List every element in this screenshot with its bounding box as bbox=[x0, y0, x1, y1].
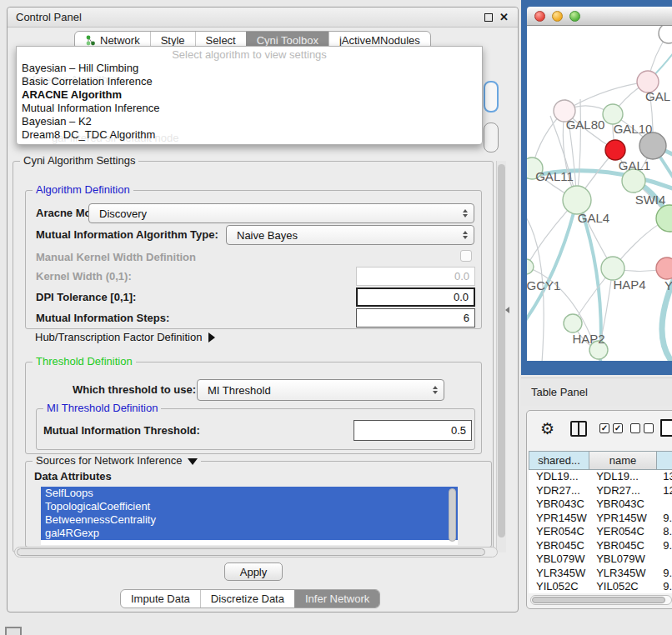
close-traffic-light-icon[interactable] bbox=[534, 11, 545, 22]
network-node[interactable] bbox=[639, 132, 666, 159]
select-all-columns-icon[interactable]: ✓✓ bbox=[599, 423, 623, 433]
network-node-label: GCY1 bbox=[527, 278, 560, 292]
network-node-label: GAL11 bbox=[535, 169, 574, 183]
aracne-mode-select[interactable]: Discovery bbox=[88, 203, 474, 223]
show-columns-icon[interactable] bbox=[570, 421, 587, 437]
table-cell: 9. bbox=[655, 580, 672, 593]
apply-button[interactable]: Apply bbox=[224, 562, 283, 581]
network-node[interactable] bbox=[601, 257, 624, 280]
tab-discretize-data[interactable]: Discretize Data bbox=[200, 590, 294, 608]
settings-vertical-scrollbar[interactable] bbox=[496, 161, 506, 552]
algorithm-options-list: Bayesian – Hill ClimbingBasic Correlatio… bbox=[17, 62, 482, 142]
table-horizontal-scrollbar-thumb[interactable] bbox=[532, 597, 665, 603]
unchecked-checkbox-icon bbox=[644, 423, 654, 433]
table-row[interactable]: YPR145WYPR145W9. bbox=[529, 512, 672, 526]
attributes-list-scrollbar[interactable] bbox=[449, 488, 456, 542]
settings-horizontal-scrollbar-thumb[interactable] bbox=[17, 548, 485, 556]
manual-kernel-checkbox[interactable] bbox=[460, 250, 472, 262]
network-edge[interactable] bbox=[527, 200, 577, 328]
table-cell: 9. bbox=[655, 512, 672, 526]
network-node[interactable] bbox=[527, 259, 534, 274]
table-cell: YBR045C bbox=[529, 539, 589, 553]
table-cell: YBR043C bbox=[589, 498, 655, 512]
panel-divider-grip[interactable] bbox=[505, 307, 509, 313]
which-threshold-select[interactable]: MI Threshold bbox=[197, 379, 444, 401]
table-column-header[interactable]: name bbox=[589, 451, 657, 470]
table-row[interactable]: YBR043CYBR043C bbox=[529, 498, 672, 512]
network-node[interactable] bbox=[605, 140, 625, 160]
dpi-tolerance-value: 0.0 bbox=[454, 291, 469, 303]
network-graph[interactable]: GALGAL80GAL10GAL1GAL11SWI4GAL4GCY1HAP4YH… bbox=[527, 26, 672, 361]
table-cell: 12 bbox=[655, 484, 672, 498]
threshold-definition-group: Threshold Definition Which threshold to … bbox=[25, 362, 482, 454]
tab-infer-network[interactable]: Infer Network bbox=[294, 590, 379, 608]
table-column-header[interactable] bbox=[657, 451, 672, 470]
table-row[interactable]: YIL052CYIL052C9. bbox=[529, 580, 672, 593]
table-column-header[interactable]: shared... bbox=[529, 451, 589, 470]
minimized-panel-icon[interactable] bbox=[5, 627, 22, 635]
attribute-list-item[interactable]: SelfLoops bbox=[41, 487, 458, 500]
network-tab-icon bbox=[85, 35, 96, 46]
network-edge[interactable] bbox=[577, 99, 581, 200]
network-node[interactable] bbox=[622, 169, 645, 192]
table-cell bbox=[655, 498, 672, 512]
table-row[interactable]: YBR045CYBR045C9. bbox=[529, 539, 672, 553]
tab-label: Cyni Toolbox bbox=[257, 34, 318, 47]
algorithm-option[interactable]: Bayesian – Hill Climbing bbox=[17, 62, 482, 75]
zoom-traffic-light-icon[interactable] bbox=[569, 11, 580, 22]
settings-vertical-scrollbar-thumb[interactable] bbox=[498, 164, 505, 538]
dpi-tolerance-field[interactable]: 0.0 bbox=[356, 288, 475, 307]
hidden-control-fragment-blue bbox=[484, 81, 499, 112]
network-canvas[interactable]: GALGAL80GAL10GAL1GAL11SWI4GAL4GCY1HAP4YH… bbox=[527, 26, 672, 361]
network-node-label: GAL bbox=[645, 89, 670, 103]
network-window-titlebar[interactable] bbox=[527, 7, 672, 26]
table-row[interactable]: YDL19...YDL19...13 bbox=[529, 470, 672, 484]
algorithm-option[interactable]: ARACNE Algorithm bbox=[17, 88, 482, 102]
attribute-list-item[interactable]: TopologicalCoefficient bbox=[41, 500, 458, 513]
threshold-definition-legend: Threshold Definition bbox=[33, 355, 136, 368]
mi-threshold-definition-group: MI Threshold Definition Mutual Informati… bbox=[36, 408, 475, 450]
table-horizontal-scrollbar[interactable] bbox=[530, 595, 672, 605]
float-window-icon[interactable] bbox=[484, 13, 493, 22]
attribute-list-item[interactable]: BetweennessCentrality bbox=[41, 513, 458, 527]
table-row[interactable]: YBL079WYBL079W bbox=[529, 552, 672, 567]
new-table-icon[interactable] bbox=[660, 419, 672, 437]
mi-algorithm-type-select[interactable]: Naive Bayes bbox=[226, 225, 474, 245]
dpi-tolerance-label: DPI Tolerance [0,1]: bbox=[36, 288, 136, 307]
algorithm-option[interactable]: Mutual Information Inference bbox=[17, 102, 482, 115]
tab-label: Infer Network bbox=[305, 592, 369, 605]
algorithm-option[interactable]: Basic Correlation Inference bbox=[17, 75, 482, 88]
network-node[interactable] bbox=[656, 205, 672, 232]
algorithm-option[interactable]: Dream8 DC_TDC Algorithm bbox=[17, 128, 482, 142]
data-attributes-list[interactable]: SelfLoopsTopologicalCoefficientBetweenne… bbox=[41, 487, 458, 545]
mi-steps-field[interactable]: 6 bbox=[356, 308, 475, 328]
hub-transcription-factor-expander[interactable]: Hub/Transcription Factor Definition bbox=[35, 331, 215, 343]
network-node[interactable] bbox=[656, 258, 672, 279]
network-node[interactable] bbox=[563, 186, 591, 214]
network-node[interactable] bbox=[564, 314, 582, 332]
kernel-width-field[interactable]: 0.0 bbox=[356, 267, 475, 286]
minimize-traffic-light-icon[interactable] bbox=[552, 11, 563, 22]
close-icon[interactable]: ✕ bbox=[499, 11, 509, 24]
table-row[interactable]: YDR27...YDR27...12 bbox=[529, 484, 672, 498]
settings-horizontal-scrollbar[interactable] bbox=[14, 547, 498, 558]
algorithm-option[interactable]: Bayesian – K2 bbox=[17, 115, 482, 128]
mi-threshold-field[interactable]: 0.5 bbox=[354, 420, 472, 441]
network-node-label: GAL80 bbox=[566, 118, 605, 132]
gear-icon[interactable]: ⚙ bbox=[540, 418, 554, 440]
attribute-list-item[interactable]: gal4RGexp bbox=[41, 527, 458, 540]
table-cell: YLR345W bbox=[589, 567, 655, 581]
table-panel-window: ⚙ ✓✓ shared...name YDL19...YDL19...13YDR… bbox=[526, 410, 672, 609]
checked-checkbox-icon: ✓ bbox=[613, 423, 623, 433]
deselect-all-columns-icon[interactable] bbox=[630, 423, 654, 433]
tab-label: Network bbox=[100, 34, 140, 47]
table-row[interactable]: YLR345WYLR345W9. bbox=[529, 567, 672, 581]
network-node-label: SWI4 bbox=[635, 192, 666, 207]
table-row[interactable]: YER054CYER054C8. bbox=[529, 525, 672, 539]
tab-impute-data[interactable]: Impute Data bbox=[121, 590, 200, 608]
sources-legend-toggle[interactable]: Sources for Network Inference bbox=[33, 454, 201, 467]
stepper-arrows-icon bbox=[433, 386, 438, 394]
table-cell: 13 bbox=[655, 470, 672, 484]
network-node[interactable] bbox=[659, 26, 672, 43]
network-node-label: GAL1 bbox=[619, 158, 650, 172]
